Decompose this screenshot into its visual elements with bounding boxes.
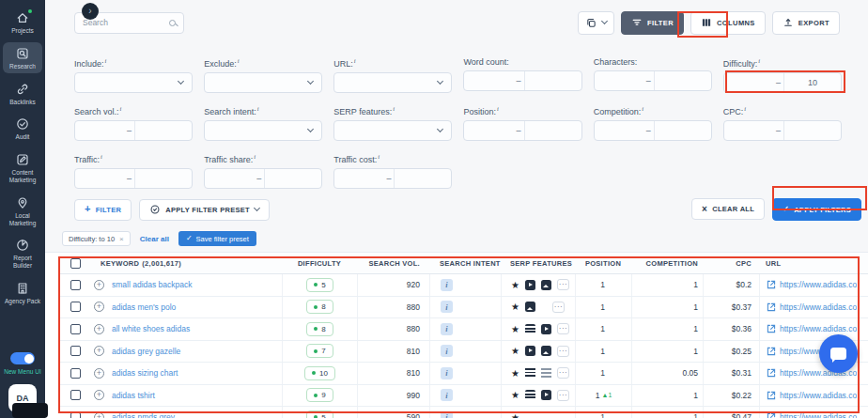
apply-filter-preset-button[interactable]: APPLY FILTER PRESET [139, 199, 270, 221]
url-cell[interactable]: https://www.adidas.co [759, 274, 868, 296]
url-header[interactable]: URL [759, 253, 868, 273]
remove-chip-icon[interactable]: × [119, 235, 124, 243]
keyword-link[interactable]: adidas tshirt [112, 391, 155, 400]
range-to[interactable] [784, 121, 841, 140]
keyword-link[interactable]: adidas grey gazelle [112, 347, 180, 356]
range-from[interactable]: – [724, 121, 783, 140]
clear-all-button[interactable]: × CLEAR ALL [691, 198, 765, 220]
expand-icon[interactable]: + [94, 390, 104, 400]
range-from[interactable]: – [595, 71, 654, 90]
range-to[interactable] [655, 71, 711, 90]
more-icon[interactable]: ··· [557, 323, 569, 334]
search-vol-header[interactable]: SEARCH VOL. [357, 253, 429, 273]
table-row[interactable]: + adidas nmds grey 5 590 i ★ 1 1 $0.47 h… [59, 407, 868, 418]
sidebar-item-local-marketing[interactable]: Local Marketing [3, 192, 42, 230]
range-to[interactable] [395, 169, 451, 188]
row-checkbox[interactable] [70, 368, 81, 379]
more-icon[interactable]: ··· [557, 279, 569, 290]
keyword-header[interactable]: KEYWORD(2,001,617) [87, 253, 282, 273]
more-icon[interactable]: ··· [557, 367, 569, 379]
search-input[interactable] [83, 18, 169, 27]
range-from[interactable]: – [75, 121, 134, 140]
sidebar-item-research[interactable]: Research [3, 42, 42, 73]
row-checkbox[interactable] [70, 324, 81, 334]
search-intent-header[interactable]: SEARCH INTENT [429, 253, 501, 273]
sidebar-item-audit[interactable]: Audit [3, 113, 42, 144]
sidebar-item-projects[interactable]: Projects [3, 7, 42, 38]
copy-view-button[interactable] [578, 11, 614, 35]
traffic-range-input[interactable]: – [74, 168, 193, 189]
range-to[interactable] [525, 71, 581, 90]
table-row[interactable]: + adidas tshirt 9 990 i ★··· 1▲1 1 $0.22… [59, 385, 868, 408]
difficulty-range-input[interactable]: –10 [723, 72, 842, 93]
range-to[interactable] [655, 121, 711, 140]
url-cell[interactable]: https://www.adidas.co [759, 318, 868, 340]
range-from[interactable]: – [595, 121, 654, 140]
row-checkbox[interactable] [70, 346, 81, 356]
export-button[interactable]: EXPORT [772, 11, 840, 35]
table-row[interactable]: + adidas sizing chart 10 810 i ★··· 1 0.… [59, 363, 868, 385]
keyword-link[interactable]: small adidas backpack [112, 280, 193, 289]
table-row[interactable]: + all white shoes adidas 8 880 i ★··· 1 … [59, 318, 868, 341]
expand-icon[interactable]: + [94, 324, 104, 334]
filter-button[interactable]: FILTER [621, 11, 684, 35]
save-filter-preset-button[interactable]: ✓ Save filter preset [178, 231, 256, 246]
row-checkbox[interactable] [70, 412, 81, 418]
range-to[interactable] [135, 121, 192, 140]
range-to[interactable] [265, 169, 321, 188]
expand-icon[interactable]: + [94, 280, 104, 290]
row-checkbox[interactable] [70, 280, 81, 290]
expand-icon[interactable]: + [94, 346, 104, 356]
serp-features-header[interactable]: SERP FEATURES [501, 253, 575, 273]
more-icon[interactable]: ··· [557, 346, 569, 357]
range-from[interactable]: – [75, 169, 134, 188]
sidebar-item-content-marketing[interactable]: Content Marketing [3, 148, 42, 187]
row-checkbox[interactable] [70, 390, 81, 400]
search-vol-range-input[interactable]: – [74, 120, 193, 141]
filter-chip[interactable]: Difficulty: to 10 × [62, 231, 131, 246]
traffic-cost-range-input[interactable]: – [333, 168, 452, 189]
sidebar-item-backlinks[interactable]: Backlinks [3, 78, 42, 109]
sidebar-collapse-button[interactable]: › [82, 3, 99, 20]
keyword-link[interactable]: all white shoes adidas [112, 324, 190, 333]
position-header[interactable]: POSITION [575, 253, 631, 273]
cpc-header[interactable]: CPC [703, 253, 759, 273]
range-from[interactable]: – [334, 169, 394, 188]
range-from[interactable]: – [464, 71, 523, 90]
competition-range-input[interactable]: – [594, 120, 712, 141]
new-menu-toggle[interactable] [10, 352, 35, 364]
keyword-link[interactable]: adidas sizing chart [112, 368, 178, 378]
clear-all-link[interactable]: Clear all [140, 235, 169, 243]
url-select[interactable] [333, 72, 452, 93]
more-icon[interactable]: ··· [552, 302, 565, 313]
expand-icon[interactable]: + [94, 368, 104, 379]
include-select[interactable] [74, 72, 193, 93]
search-intent-select[interactable] [204, 120, 322, 141]
table-row[interactable]: + small adidas backpack 5 920 i ★··· 1 1… [59, 274, 868, 297]
url-cell[interactable]: https://www.adidas.co [759, 297, 868, 318]
table-row[interactable]: + adidas men's polo 8 880 i ★··· 1 1 $0.… [59, 297, 868, 319]
expand-icon[interactable]: + [94, 412, 104, 418]
range-from[interactable]: – [205, 169, 264, 188]
chat-widget-button[interactable] [819, 334, 858, 373]
traffic-share-range-input[interactable]: – [204, 168, 322, 189]
keyword-link[interactable]: adidas men's polo [112, 302, 176, 312]
range-from[interactable]: – [724, 73, 783, 92]
more-icon[interactable]: ··· [557, 390, 569, 401]
expand-icon[interactable]: + [94, 302, 104, 312]
position-range-input[interactable]: – [463, 120, 581, 141]
cpc-range-input[interactable]: – [723, 120, 842, 141]
range-from[interactable]: – [464, 121, 523, 140]
difficulty-header[interactable]: DIFFICULTY [282, 253, 357, 273]
sidebar-item-agency-pack[interactable]: Agency Pack [3, 277, 42, 308]
url-cell[interactable]: https://www.adidas.co [759, 385, 868, 407]
apply-filters-button[interactable]: ✓ APPLY FILTERS [772, 198, 861, 221]
keyword-link[interactable]: adidas nmds grey [112, 412, 175, 418]
word-count-range-input[interactable]: – [463, 70, 581, 91]
columns-button[interactable]: COLUMNS [690, 11, 766, 35]
table-row[interactable]: + adidas grey gazelle 7 810 i ★··· 1 1 $… [59, 341, 868, 364]
row-checkbox[interactable] [70, 302, 81, 312]
range-to[interactable]: 10 [784, 73, 841, 92]
exclude-select[interactable] [204, 72, 322, 93]
range-to[interactable] [135, 169, 192, 188]
